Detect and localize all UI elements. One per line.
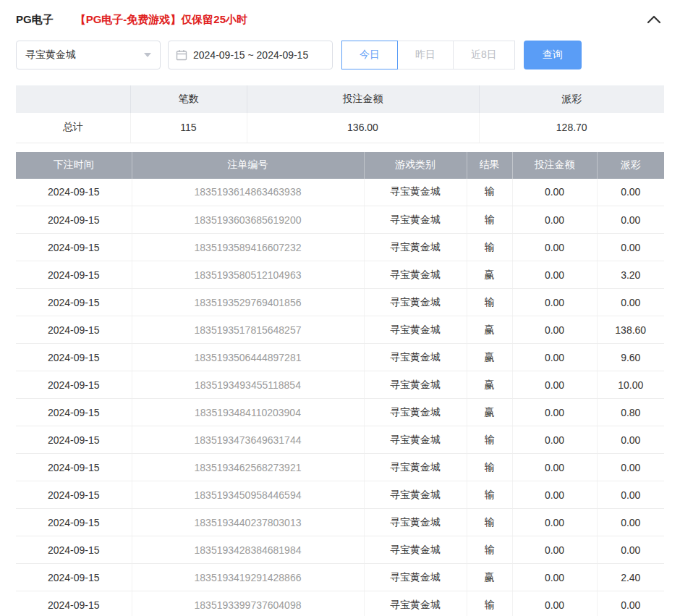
cell-result: 赢 bbox=[467, 371, 512, 399]
cell-bet-time: 2024-09-15 bbox=[16, 179, 132, 206]
chevron-down-icon bbox=[144, 53, 151, 57]
cell-bet-amount: 0.00 bbox=[512, 261, 597, 289]
table-row: 2024-09-15 1835193450958446594 寻宝黄金城 输 0… bbox=[16, 481, 664, 509]
records-table: 下注时间 注单编号 游戏类别 结果 投注金额 派彩 2024-09-15 183… bbox=[16, 152, 664, 616]
cell-game-type: 寻宝黄金城 bbox=[364, 536, 467, 564]
summary-col-count: 笔数 bbox=[130, 85, 247, 113]
cell-bet-amount: 0.00 bbox=[512, 206, 597, 234]
cell-bet-amount: 0.00 bbox=[512, 591, 597, 616]
cell-payout: 9.60 bbox=[597, 344, 664, 371]
cell-payout: 3.20 bbox=[597, 261, 664, 289]
summary-col-bet-amount: 投注金额 bbox=[247, 85, 479, 113]
panel-header: PG电子 【PG电子-免费游戏】仅保留25小时 bbox=[16, 7, 664, 32]
table-row: 2024-09-15 1835193440237803013 寻宝黄金城 输 0… bbox=[16, 509, 664, 536]
page-title: PG电子 bbox=[16, 13, 54, 27]
cell-result: 赢 bbox=[467, 399, 512, 426]
table-row: 2024-09-15 1835193419291428866 寻宝黄金城 赢 0… bbox=[16, 564, 664, 591]
cell-bet-time: 2024-09-15 bbox=[16, 591, 132, 616]
cell-bet-time: 2024-09-15 bbox=[16, 536, 132, 564]
cell-bet-time: 2024-09-15 bbox=[16, 371, 132, 399]
cell-game-type: 寻宝黄金城 bbox=[364, 289, 467, 316]
cell-bet-time: 2024-09-15 bbox=[16, 399, 132, 426]
cell-bet-amount: 0.00 bbox=[512, 509, 597, 536]
cell-bet-amount: 0.00 bbox=[512, 344, 597, 371]
table-row: 2024-09-15 1835193529769401856 寻宝黄金城 输 0… bbox=[16, 289, 664, 316]
cell-payout: 0.00 bbox=[597, 234, 664, 261]
col-bet-id: 注单编号 bbox=[132, 152, 364, 179]
cell-bet-id: 1835193506444897281 bbox=[132, 344, 364, 371]
col-bet-time: 下注时间 bbox=[16, 152, 132, 179]
cell-bet-amount: 0.00 bbox=[512, 399, 597, 426]
cell-game-type: 寻宝黄金城 bbox=[364, 481, 467, 509]
cell-result: 赢 bbox=[467, 344, 512, 371]
cell-result: 输 bbox=[467, 234, 512, 261]
filter-bar: 寻宝黄金城 2024-09-15 ~ 2024-09-15 今日 昨日 近8日 … bbox=[16, 41, 664, 69]
query-button[interactable]: 查询 bbox=[524, 41, 582, 69]
retention-notice: 【PG电子-免费游戏】仅保留25小时 bbox=[75, 13, 247, 27]
cell-game-type: 寻宝黄金城 bbox=[364, 509, 467, 536]
cell-result: 输 bbox=[467, 179, 512, 206]
quick-range-yesterday[interactable]: 昨日 bbox=[397, 41, 454, 69]
chevron-up-icon bbox=[647, 15, 661, 24]
table-row: 2024-09-15 1835193484110203904 寻宝黄金城 赢 0… bbox=[16, 399, 664, 426]
quick-range-last8days[interactable]: 近8日 bbox=[453, 41, 515, 69]
pg-games-panel: PG电子 【PG电子-免费游戏】仅保留25小时 寻宝黄金城 2024-09-15… bbox=[0, 0, 680, 616]
cell-payout: 10.00 bbox=[597, 371, 664, 399]
cell-payout: 138.60 bbox=[597, 316, 664, 344]
records-body: 2024-09-15 1835193614863463938 寻宝黄金城 输 0… bbox=[16, 179, 664, 616]
cell-game-type: 寻宝黄金城 bbox=[364, 564, 467, 591]
cell-bet-id: 1835193419291428866 bbox=[132, 564, 364, 591]
table-row: 2024-09-15 1835193493455118854 寻宝黄金城 赢 0… bbox=[16, 371, 664, 399]
cell-payout: 2.40 bbox=[597, 564, 664, 591]
cell-game-type: 寻宝黄金城 bbox=[364, 344, 467, 371]
table-row: 2024-09-15 1835193473649631744 寻宝黄金城 输 0… bbox=[16, 426, 664, 454]
col-result: 结果 bbox=[467, 152, 512, 179]
cell-bet-id: 1835193484110203904 bbox=[132, 399, 364, 426]
cell-result: 赢 bbox=[467, 316, 512, 344]
cell-bet-amount: 0.00 bbox=[512, 371, 597, 399]
cell-bet-id: 1835193614863463938 bbox=[132, 179, 364, 206]
summary-table: 笔数 投注金额 派彩 总计 115 136.00 128.70 bbox=[16, 85, 664, 143]
cell-bet-id: 1835193603685619200 bbox=[132, 206, 364, 234]
cell-bet-id: 1835193428384681984 bbox=[132, 536, 364, 564]
table-row: 2024-09-15 1835193462568273921 寻宝黄金城 输 0… bbox=[16, 454, 664, 481]
cell-bet-time: 2024-09-15 bbox=[16, 316, 132, 344]
col-game-type: 游戏类别 bbox=[364, 152, 467, 179]
cell-game-type: 寻宝黄金城 bbox=[364, 316, 467, 344]
summary-total-label: 总计 bbox=[16, 113, 130, 143]
date-range-value: 2024-09-15 ~ 2024-09-15 bbox=[193, 49, 308, 61]
cell-game-type: 寻宝黄金城 bbox=[364, 234, 467, 261]
cell-bet-id: 1835193462568273921 bbox=[132, 454, 364, 481]
cell-bet-amount: 0.00 bbox=[512, 289, 597, 316]
cell-bet-time: 2024-09-15 bbox=[16, 454, 132, 481]
cell-game-type: 寻宝黄金城 bbox=[364, 261, 467, 289]
cell-payout: 0.00 bbox=[597, 206, 664, 234]
cell-bet-time: 2024-09-15 bbox=[16, 481, 132, 509]
records-header-row: 下注时间 注单编号 游戏类别 结果 投注金额 派彩 bbox=[16, 152, 664, 179]
cell-payout: 0.00 bbox=[597, 426, 664, 454]
cell-result: 输 bbox=[467, 536, 512, 564]
cell-bet-time: 2024-09-15 bbox=[16, 344, 132, 371]
col-payout: 派彩 bbox=[597, 152, 664, 179]
cell-bet-time: 2024-09-15 bbox=[16, 261, 132, 289]
table-row: 2024-09-15 1835193428384681984 寻宝黄金城 输 0… bbox=[16, 536, 664, 564]
cell-bet-amount: 0.00 bbox=[512, 454, 597, 481]
cell-result: 输 bbox=[467, 289, 512, 316]
cell-payout: 0.00 bbox=[597, 454, 664, 481]
cell-bet-amount: 0.00 bbox=[512, 316, 597, 344]
cell-bet-id: 1835193493455118854 bbox=[132, 371, 364, 399]
cell-payout: 0.00 bbox=[597, 536, 664, 564]
cell-game-type: 寻宝黄金城 bbox=[364, 426, 467, 454]
cell-bet-amount: 0.00 bbox=[512, 536, 597, 564]
game-select[interactable]: 寻宝黄金城 bbox=[16, 41, 161, 69]
cell-result: 输 bbox=[467, 591, 512, 616]
quick-range-today[interactable]: 今日 bbox=[341, 41, 398, 69]
collapse-button[interactable] bbox=[644, 12, 664, 27]
cell-game-type: 寻宝黄金城 bbox=[364, 206, 467, 234]
cell-bet-time: 2024-09-15 bbox=[16, 509, 132, 536]
summary-total-row: 总计 115 136.00 128.70 bbox=[16, 113, 664, 143]
date-range-input[interactable]: 2024-09-15 ~ 2024-09-15 bbox=[168, 41, 333, 69]
quick-range-group: 今日 昨日 近8日 bbox=[341, 41, 515, 69]
cell-payout: 0.00 bbox=[597, 289, 664, 316]
table-row: 2024-09-15 1835193517815648257 寻宝黄金城 赢 0… bbox=[16, 316, 664, 344]
